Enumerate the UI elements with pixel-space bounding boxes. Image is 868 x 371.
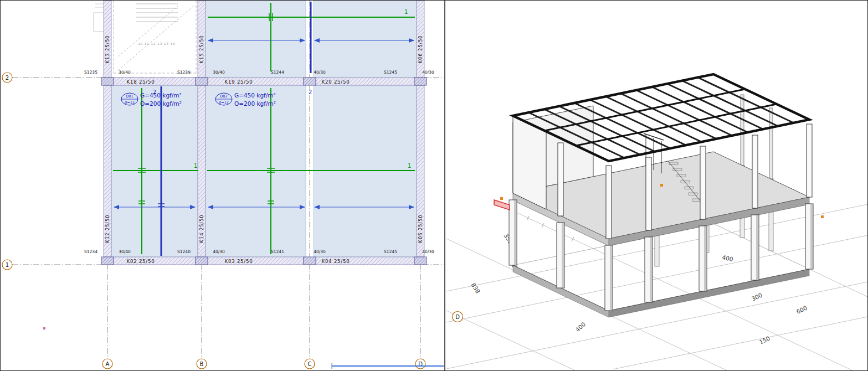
beam-label: K06 25/50	[418, 35, 423, 64]
load-tag-thickness: d=12	[219, 100, 229, 105]
column[interactable]	[101, 257, 114, 265]
span-number: 1	[408, 163, 411, 169]
beam-label: K20 25/50	[322, 79, 350, 85]
dim-label: 600	[795, 304, 808, 315]
plan-panel[interactable]: 10 11 12 13 14 15	[1, 1, 445, 370]
column[interactable]	[304, 78, 316, 85]
axis-bubble-label: 1	[6, 262, 9, 268]
marker-dot	[43, 327, 45, 329]
axis-bubble-label: 2	[6, 75, 9, 81]
slab-label: S1241	[271, 249, 284, 254]
beam-label: K19 25/50	[225, 79, 253, 85]
column[interactable]	[196, 78, 208, 85]
section-label: 40/30	[422, 249, 434, 254]
section-label: 40/30	[213, 249, 225, 254]
beam-label: K03 25/50	[225, 259, 253, 264]
axis-bubble-label: A	[106, 361, 110, 367]
load-dead: G=450 kgf/m²	[140, 92, 182, 99]
beam-label: K12 25/50	[105, 215, 110, 243]
slab-label: S1235	[84, 70, 97, 75]
orange-marker[interactable]	[660, 184, 663, 187]
beam-label: K02 25/50	[127, 259, 155, 264]
application-window: 10 11 12 13 14 15	[0, 0, 868, 371]
span-number: 1	[404, 9, 408, 15]
column[interactable]	[196, 257, 208, 265]
column[interactable]	[101, 78, 114, 85]
beam-label: K18 25/50	[127, 79, 155, 85]
slab-label: S1245	[384, 249, 397, 254]
load-tag-name: D01	[126, 94, 133, 99]
dim-label: 400	[574, 321, 587, 333]
column[interactable]	[414, 78, 427, 85]
stair-step-numbers: 10 11 12 13 14 15	[138, 42, 176, 45]
axis-bubble-label: D	[455, 314, 460, 320]
dim-label: 400	[722, 254, 734, 262]
dim-label: 300	[751, 291, 763, 302]
column[interactable]	[304, 257, 316, 265]
beam-label: K05 25/50	[418, 215, 423, 243]
slab-region[interactable]	[206, 1, 306, 78]
dim-label: 150	[758, 334, 771, 345]
section-label: 40/30	[314, 249, 326, 254]
section-label: 30/40	[119, 70, 131, 75]
load-live: Q=200 kgf/m²	[140, 100, 182, 107]
section-label: 40/30	[422, 70, 434, 75]
span-number: 1	[194, 163, 197, 169]
beam[interactable]	[208, 257, 304, 265]
load-dead: G=450 kgf/m²	[234, 92, 276, 99]
section-label: 40/30	[314, 70, 326, 75]
orange-marker[interactable]	[500, 197, 503, 200]
beam[interactable]	[208, 78, 304, 85]
beam-label: K04 25/50	[322, 259, 350, 264]
axis-bubble-label: B	[200, 361, 204, 367]
slab-label: S1244	[271, 70, 284, 75]
slab-label: S1239	[177, 70, 191, 75]
load-tag-name: D02	[220, 94, 227, 99]
orange-marker[interactable]	[821, 215, 824, 218]
beam-label: K15 25/50	[199, 35, 204, 64]
slab-region[interactable]	[314, 1, 417, 78]
column[interactable]	[414, 257, 427, 265]
section-label: 30/40	[213, 70, 225, 75]
dim-label: 838	[470, 282, 481, 295]
load-tag-thickness: d=12	[125, 100, 135, 105]
red-highlight-element[interactable]	[494, 200, 510, 210]
slab-label: S1240	[177, 249, 191, 254]
beam-label: K14 25/50	[199, 215, 204, 243]
slab-label: S1245	[384, 70, 397, 75]
section-label: 30/40	[119, 249, 131, 254]
strip-number: 2	[309, 89, 312, 95]
load-live: Q=200 kgf/m²	[234, 100, 276, 107]
axis-bubble-label: C	[308, 361, 312, 367]
view3d-panel[interactable]: 355 400 838 400 400 300 600 150 D	[446, 1, 867, 370]
beam-label: K13 25/50	[105, 35, 110, 64]
slab-label: S1234	[84, 249, 97, 254]
